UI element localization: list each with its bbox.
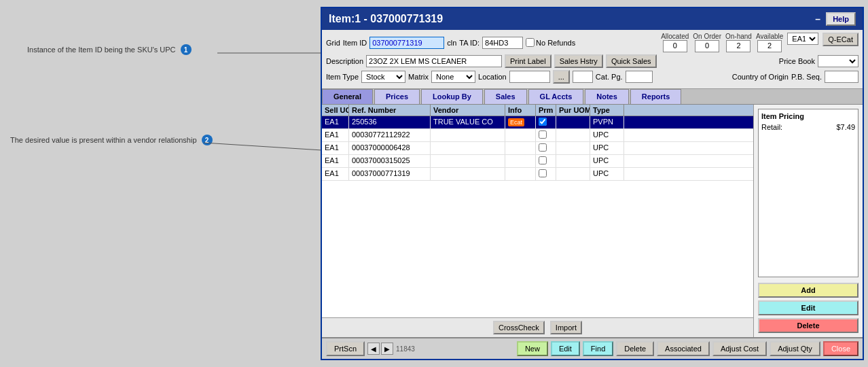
- cell-pur-3: [556, 155, 590, 167]
- cell-prm-1: [536, 129, 556, 141]
- sales-hstry-button[interactable]: Sales Hstry: [554, 54, 603, 68]
- browse-button[interactable]: ...: [553, 70, 570, 84]
- on-hand-value: 2: [726, 40, 751, 52]
- cell-sell-3: EA1: [322, 155, 349, 167]
- grid-row-0[interactable]: EA1 250536 TRUE VALUE CO Ecat PVPN: [322, 116, 753, 129]
- tab-prices[interactable]: Prices: [374, 89, 420, 104]
- item-pricing-box: Item Pricing Retail: $7.49: [758, 109, 858, 277]
- cell-ref-0: 250536: [349, 116, 431, 128]
- cell-ref-3: 00037000315025: [349, 155, 431, 167]
- cell-info-4: [505, 168, 536, 180]
- pb-seq-input[interactable]: [825, 71, 858, 83]
- item-type-select[interactable]: Stock: [361, 71, 405, 83]
- location-extra-input[interactable]: [573, 71, 593, 83]
- quick-sales-button[interactable]: Quick Sales: [606, 54, 657, 68]
- form-row-1: Grid Item ID cln TA ID: No Refunds Alloc…: [326, 33, 858, 52]
- ta-id-input[interactable]: [482, 37, 523, 49]
- location-input[interactable]: [509, 71, 550, 83]
- close-button[interactable]: Close: [823, 341, 858, 356]
- cell-prm-2: [536, 142, 556, 154]
- prm-checkbox-2[interactable]: [539, 143, 547, 152]
- allocated-value: 0: [663, 40, 687, 52]
- crosscheck-button[interactable]: CrossCheck: [493, 321, 545, 334]
- no-refunds-label: No Refunds: [536, 39, 575, 47]
- grid-row-1[interactable]: EA1 00030772112922 UPC: [322, 129, 753, 142]
- item-pricing-title: Item Pricing: [761, 112, 855, 120]
- prm-checkbox-4[interactable]: [539, 169, 547, 177]
- item-id-input[interactable]: [369, 37, 444, 49]
- tab-gl-accts[interactable]: GL Accts: [528, 89, 584, 104]
- q-ecat-button[interactable]: Q-ECat: [822, 33, 858, 46]
- description-input[interactable]: [366, 55, 502, 67]
- tab-notes[interactable]: Notes: [585, 89, 629, 104]
- nav-next-button[interactable]: ▶: [381, 343, 393, 355]
- grid-row-2[interactable]: EA1 00037000006428 UPC: [322, 142, 753, 155]
- edit-button[interactable]: Edit: [758, 300, 858, 315]
- pricing-label-0: Retail:: [761, 123, 782, 131]
- prm-checkbox-0[interactable]: [539, 118, 547, 126]
- delete-button[interactable]: Delete: [758, 318, 858, 333]
- footer-bar: PrtScn ◀ ▶ 11843 New Edit Find Delete As…: [322, 337, 863, 359]
- price-book-area: Price Book: [779, 55, 858, 67]
- right-panel: Item Pricing Retail: $7.49 Add Edit Dele…: [754, 105, 863, 337]
- grid-table: EA1 250536 TRUE VALUE CO Ecat PVPN EA1 0…: [322, 116, 753, 317]
- matrix-label: Matrix: [408, 73, 429, 81]
- tab-lookup-by[interactable]: Lookup By: [421, 89, 483, 104]
- grid-row-3[interactable]: EA1 00037000315025 UPC: [322, 155, 753, 168]
- pricing-value-0: $7.49: [836, 123, 855, 131]
- footer-delete-button[interactable]: Delete: [616, 341, 654, 356]
- annotation-2: The desired value is present within a ve…: [10, 135, 213, 145]
- page-number: 11843: [396, 345, 415, 353]
- on-order-label: On Order: [693, 33, 721, 40]
- annotation-2-bubble: 2: [202, 135, 213, 145]
- add-button[interactable]: Add: [758, 283, 858, 298]
- no-refunds-checkbox[interactable]: [526, 38, 535, 47]
- print-label-button[interactable]: Print Label: [505, 54, 551, 68]
- help-button[interactable]: Help: [826, 12, 856, 26]
- cell-ref-1: 00030772112922: [349, 129, 431, 141]
- price-book-select[interactable]: [818, 55, 858, 67]
- cell-vendor-4: [431, 168, 505, 180]
- annotation-1-bubble: 1: [181, 44, 192, 55]
- window-title: Item:1 - 037000771319: [329, 13, 443, 25]
- item-id-label: Item ID: [343, 39, 367, 47]
- col-ref-number: Ref. Number: [349, 105, 431, 116]
- ea1-select[interactable]: EA1: [787, 33, 818, 45]
- tab-reports[interactable]: Reports: [630, 89, 682, 104]
- grid-row-4[interactable]: EA1 00037000771319 UPC: [322, 168, 753, 181]
- on-hand-label: On-hand: [725, 33, 752, 40]
- tab-general[interactable]: General: [322, 89, 373, 104]
- cat-pg-input[interactable]: [626, 71, 653, 83]
- associated-button[interactable]: Associated: [657, 341, 710, 356]
- new-button[interactable]: New: [517, 341, 548, 356]
- prm-checkbox-3[interactable]: [539, 156, 547, 164]
- minimize-button[interactable]: –: [815, 14, 820, 24]
- cell-info-0: Ecat: [505, 116, 536, 128]
- cell-sell-4: EA1: [322, 168, 349, 180]
- cell-pur-4: [556, 168, 590, 180]
- prm-checkbox-1[interactable]: [539, 130, 547, 139]
- title-bar: Item:1 - 037000771319 – Help: [322, 8, 863, 30]
- footer-edit-button[interactable]: Edit: [551, 341, 580, 356]
- adjust-cost-button[interactable]: Adjust Cost: [712, 341, 767, 356]
- cat-pg-label: Cat. Pg.: [596, 73, 623, 81]
- tab-sales[interactable]: Sales: [484, 89, 527, 104]
- matrix-select[interactable]: None: [431, 71, 475, 83]
- adjust-qty-button[interactable]: Adjust Qty: [770, 341, 820, 356]
- prtscn-button[interactable]: PrtScn: [326, 341, 365, 356]
- nav-prev-button[interactable]: ◀: [367, 343, 380, 355]
- action-buttons: Add Edit Delete: [758, 283, 858, 333]
- no-refunds-group: No Refunds: [526, 38, 575, 47]
- location-label: Location: [478, 73, 507, 81]
- allocated-stat: Allocated 0: [661, 33, 689, 52]
- svg-line-2: [204, 143, 333, 151]
- import-button[interactable]: Import: [550, 321, 582, 334]
- cell-type-2: UPC: [590, 142, 624, 154]
- cell-type-1: UPC: [590, 129, 624, 141]
- cell-info-1: [505, 129, 536, 141]
- main-window: Item:1 - 037000771319 – Help Grid Item I…: [321, 7, 864, 360]
- cell-type-0: PVPN: [590, 116, 624, 128]
- cell-type-3: UPC: [590, 155, 624, 167]
- find-button[interactable]: Find: [583, 341, 613, 356]
- form-area: Grid Item ID cln TA ID: No Refunds Alloc…: [322, 30, 863, 89]
